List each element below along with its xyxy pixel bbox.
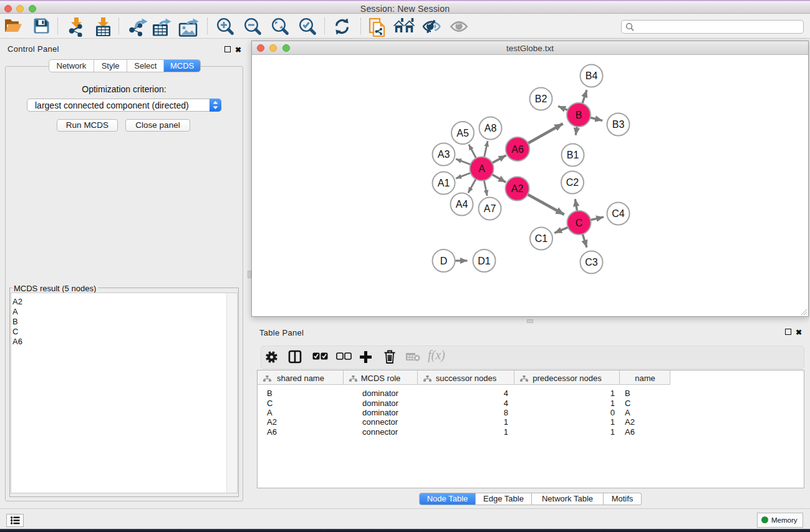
svg-text:D: D: [440, 256, 448, 266]
svg-text:B: B: [576, 110, 582, 120]
svg-text:C1: C1: [535, 233, 548, 244]
svg-text:A1: A1: [438, 178, 450, 188]
svg-text:C3: C3: [585, 257, 598, 268]
svg-text:D1: D1: [478, 256, 491, 266]
svg-text:A2: A2: [511, 183, 524, 194]
svg-text:C4: C4: [612, 208, 625, 219]
svg-text:B1: B1: [567, 150, 579, 160]
svg-text:A6: A6: [511, 144, 524, 155]
svg-text:B3: B3: [612, 119, 625, 130]
svg-text:A: A: [478, 163, 485, 174]
svg-text:A7: A7: [484, 203, 496, 214]
svg-text:A3: A3: [438, 149, 450, 160]
svg-text:B2: B2: [535, 94, 547, 104]
svg-text:C: C: [576, 218, 583, 228]
svg-text:A8: A8: [485, 123, 497, 133]
svg-text:B4: B4: [586, 70, 598, 81]
svg-text:A5: A5: [456, 128, 469, 138]
svg-text:C2: C2: [566, 177, 579, 188]
svg-text:A4: A4: [456, 199, 468, 210]
